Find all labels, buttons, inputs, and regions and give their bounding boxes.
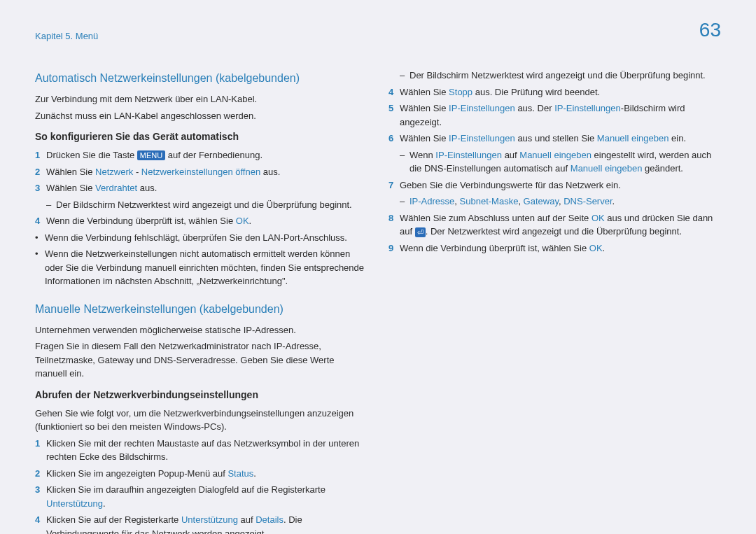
dash-icon: – xyxy=(400,69,410,83)
ordered-list: 1 Drücken Sie die Taste MENU auf der Fer… xyxy=(35,148,368,288)
body-text: Unternehmen verwenden möglicherweise sta… xyxy=(35,323,368,337)
section-title-manual: Manuelle Netzwerkeinstellungen (kabelgeb… xyxy=(35,301,368,318)
sub-text: IP-Adresse, Subnet-Maske, Gateway, DNS-S… xyxy=(410,195,615,209)
dash-icon: – xyxy=(400,195,410,209)
page-number: 63 xyxy=(699,15,721,45)
page-header: Kapitel 5. Menü 63 xyxy=(0,0,756,55)
list-item: 8 Wählen Sie zum Abschluss unten auf der… xyxy=(388,211,721,239)
step-text: Wählen Sie IP-Einstellungen aus und stel… xyxy=(400,132,721,146)
sub-item: – Der Bildschirm Netzwerktest wird angez… xyxy=(35,198,368,212)
list-item: 4 Wenn die Verbindung überprüft ist, wäh… xyxy=(35,214,368,228)
step-text: Wählen Sie Verdrahtet aus. xyxy=(46,181,368,195)
list-item: 9 Wenn die Verbindung überprüft ist, wäh… xyxy=(388,241,721,255)
step-number: 8 xyxy=(388,211,400,239)
list-item: 5 Wählen Sie IP-Einstellungen aus. Der I… xyxy=(388,101,721,129)
list-item: 2 Klicken Sie im angezeigten Popup-Menü … xyxy=(35,467,368,481)
step-number: 6 xyxy=(388,132,400,146)
list-item: 3 Klicken Sie im daraufhin angezeigten D… xyxy=(35,483,368,510)
body-text: Zur Verbindung mit dem Netzwerk über ein… xyxy=(35,92,368,106)
step-number: 2 xyxy=(35,165,46,179)
page-content: Automatisch Netzwerkeinstellungen (kabel… xyxy=(0,55,756,534)
step-number: 4 xyxy=(388,85,400,99)
step-text: Klicken Sie auf der Registerkarte Unters… xyxy=(46,513,368,534)
body-text: Gehen Sie wie folgt vor, um die Netzwerk… xyxy=(35,407,368,434)
enter-icon: ⏎ xyxy=(415,227,426,237)
list-item: 1 Klicken Sie mit der rechten Maustaste … xyxy=(35,437,368,464)
right-column: – Der Bildschirm Netzwerktest wird angez… xyxy=(388,69,721,534)
step-number: 1 xyxy=(35,437,46,464)
list-item: 7 Geben Sie die Verbindungswerte für das… xyxy=(388,178,721,192)
left-column: Automatisch Netzwerkeinstellungen (kabel… xyxy=(35,69,368,534)
list-item: 3 Wählen Sie Verdrahtet aus. xyxy=(35,181,368,195)
sub-item: – Der Bildschirm Netzwerktest wird angez… xyxy=(388,69,721,83)
step-text: Wählen Sie zum Abschluss unten auf der S… xyxy=(400,211,721,239)
step-number: 3 xyxy=(35,483,46,510)
bullet-text: Wenn die Verbindung fehlschlägt, überprü… xyxy=(45,231,347,245)
step-number: 4 xyxy=(35,214,46,228)
step-number: 2 xyxy=(35,467,46,481)
step-text: Wenn die Verbindung überprüft ist, wähle… xyxy=(46,214,368,228)
subsection-title: Abrufen der Netzwerkverbindungseinstellu… xyxy=(35,388,368,402)
step-text: Klicken Sie im angezeigten Popup-Menü au… xyxy=(46,467,368,481)
step-text: Geben Sie die Verbindungswerte für das N… xyxy=(400,178,721,192)
ordered-list: – Der Bildschirm Netzwerktest wird angez… xyxy=(388,69,721,255)
step-number: 3 xyxy=(35,181,46,195)
ordered-list: 1 Klicken Sie mit der rechten Maustaste … xyxy=(35,437,368,535)
list-item: 6 Wählen Sie IP-Einstellungen aus und st… xyxy=(388,132,721,146)
step-number: 1 xyxy=(35,148,46,162)
sub-text: Der Bildschirm Netzwerktest wird angezei… xyxy=(410,69,706,83)
dash-icon: – xyxy=(400,148,410,176)
sub-item: – Wenn IP-Einstellungen auf Manuell eing… xyxy=(388,148,721,176)
menu-badge: MENU xyxy=(137,150,165,160)
list-item: 4 Wählen Sie Stopp aus. Die Prüfung wird… xyxy=(388,85,721,99)
breadcrumb: Kapitel 5. Menü xyxy=(35,15,98,43)
step-number: 9 xyxy=(388,241,400,255)
subsection-title: So konfigurieren Sie das Gerät automatis… xyxy=(35,129,368,144)
step-text: Wenn die Verbindung überprüft ist, wähle… xyxy=(400,241,721,255)
list-item: 2 Wählen Sie Netzwerk - Netzwerkeinstell… xyxy=(35,165,368,179)
step-number: 5 xyxy=(388,101,400,129)
step-number: 4 xyxy=(35,513,46,534)
step-number: 7 xyxy=(388,178,400,192)
step-text: Drücken Sie die Taste MENU auf der Fernb… xyxy=(46,148,368,162)
step-text: Wählen Sie IP-Einstellungen aus. Der IP-… xyxy=(400,101,721,129)
list-item: 4 Klicken Sie auf der Registerkarte Unte… xyxy=(35,513,368,534)
bullet-icon: • xyxy=(35,247,45,288)
bullet-item: • Wenn die Netzwerkeinstellungen nicht a… xyxy=(35,247,368,288)
step-text: Wählen Sie Netzwerk - Netzwerkeinstellun… xyxy=(46,165,368,179)
step-text: Klicken Sie im daraufhin angezeigten Dia… xyxy=(46,483,368,510)
section-title-auto: Automatisch Netzwerkeinstellungen (kabel… xyxy=(35,70,368,87)
bullet-text: Wenn die Netzwerkeinstellungen nicht aut… xyxy=(45,247,368,288)
body-text: Fragen Sie in diesem Fall den Netzwerkad… xyxy=(35,339,368,381)
body-text: Zunächst muss ein LAN-Kabel angeschlosse… xyxy=(35,109,368,123)
sub-text: Der Bildschirm Netzwerktest wird angezei… xyxy=(56,198,352,212)
step-text: Wählen Sie Stopp aus. Die Prüfung wird b… xyxy=(400,85,721,99)
bullet-icon: • xyxy=(35,231,45,245)
step-text: Klicken Sie mit der rechten Maustaste au… xyxy=(46,437,368,464)
dash-icon: – xyxy=(46,198,56,212)
sub-item: – IP-Adresse, Subnet-Maske, Gateway, DNS… xyxy=(388,195,721,209)
bullet-item: • Wenn die Verbindung fehlschlägt, überp… xyxy=(35,231,368,245)
sub-text: Wenn IP-Einstellungen auf Manuell eingeb… xyxy=(410,148,721,176)
list-item: 1 Drücken Sie die Taste MENU auf der Fer… xyxy=(35,148,368,162)
